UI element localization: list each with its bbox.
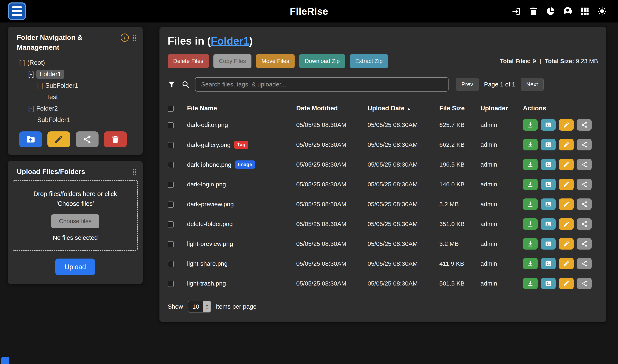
upload-dropzone[interactable]: Drop files/folders here or click 'Choose… (13, 180, 138, 251)
copy-files-button[interactable]: Copy Files (213, 54, 251, 68)
app-logo[interactable] (8, 2, 26, 20)
folder-tree-item[interactable]: [-]Folder2 (19, 103, 137, 114)
extract-zip-button[interactable]: Extract Zip (350, 54, 388, 68)
partial-hidden-button[interactable] (1, 357, 9, 364)
share-file-button[interactable] (577, 198, 592, 210)
row-checkbox[interactable] (168, 202, 174, 208)
edit-file-button[interactable] (559, 159, 574, 170)
select-all-checkbox[interactable] (168, 106, 174, 112)
search-icon[interactable] (182, 80, 190, 89)
edit-file-button[interactable] (559, 119, 574, 130)
preview-file-button[interactable] (541, 238, 556, 249)
profile-icon[interactable] (563, 6, 573, 16)
share-folder-button[interactable] (76, 131, 99, 147)
share-file-button[interactable] (577, 119, 592, 130)
create-folder-button[interactable] (19, 131, 42, 147)
folder-tree-item[interactable]: Test (19, 91, 137, 103)
folder-tree-item[interactable]: SubFolder1 (19, 114, 137, 126)
row-checkbox[interactable] (168, 221, 174, 227)
choose-files-button[interactable]: Choose files (51, 214, 99, 228)
file-name[interactable]: light-preview.png (187, 240, 233, 247)
tree-toggle[interactable]: [-] (28, 105, 34, 112)
edit-file-button[interactable] (559, 139, 574, 150)
edit-file-button[interactable] (559, 238, 574, 249)
share-file-button[interactable] (577, 139, 592, 150)
share-file-button[interactable] (577, 258, 592, 269)
edit-file-button[interactable] (559, 179, 574, 190)
prev-page-button[interactable]: Prev (456, 78, 479, 91)
preview-file-button[interactable] (541, 218, 556, 230)
download-file-button[interactable] (523, 258, 538, 269)
share-file-button[interactable] (577, 218, 592, 230)
folder-tree-item[interactable]: [-](Root) (19, 57, 137, 68)
download-file-button[interactable] (523, 198, 538, 210)
search-input[interactable] (195, 77, 448, 91)
column-header-date-modified[interactable]: Date Modified (296, 105, 368, 112)
current-folder-link[interactable]: Folder1 (211, 35, 249, 47)
column-header-uploader[interactable]: Uploader (480, 105, 523, 112)
upload-button[interactable]: Upload (55, 259, 95, 275)
trash-icon[interactable] (528, 6, 538, 16)
preview-file-button[interactable] (541, 159, 556, 170)
row-checkbox[interactable] (168, 261, 174, 267)
disk-usage-icon[interactable] (546, 6, 555, 16)
preview-file-button[interactable] (541, 119, 556, 130)
edit-file-button[interactable] (559, 258, 574, 269)
edit-file-button[interactable] (559, 198, 574, 210)
preview-file-button[interactable] (541, 258, 556, 269)
share-file-button[interactable] (577, 159, 592, 170)
download-file-button[interactable] (523, 278, 538, 289)
next-page-button[interactable]: Next (521, 78, 544, 91)
row-checkbox[interactable] (168, 142, 174, 148)
file-name[interactable]: dark-editor.png (187, 121, 228, 128)
row-checkbox[interactable] (168, 122, 174, 128)
file-name[interactable]: dark-iphone.png (187, 161, 231, 168)
download-file-button[interactable] (523, 218, 538, 230)
edit-file-button[interactable] (559, 218, 574, 230)
drag-handle-icon[interactable] (132, 34, 137, 42)
tree-toggle[interactable]: [-] (19, 59, 25, 66)
download-file-button[interactable] (523, 179, 538, 190)
column-header-file-size[interactable]: File Size (439, 105, 480, 112)
delete-folder-button[interactable] (104, 131, 127, 147)
share-file-button[interactable] (577, 278, 592, 289)
row-checkbox[interactable] (168, 281, 174, 287)
row-checkbox[interactable] (168, 162, 174, 168)
stepper-arrows-icon[interactable]: ▲▼ (203, 301, 210, 312)
file-name[interactable]: dark-preview.png (187, 201, 234, 208)
filter-icon[interactable] (168, 80, 176, 89)
tree-toggle[interactable]: [-] (28, 70, 34, 78)
folder-tree-item[interactable]: [-]SubFolder1 (19, 80, 137, 91)
file-name[interactable]: dark-login.png (187, 181, 226, 188)
preview-file-button[interactable] (541, 198, 556, 210)
preview-file-button[interactable] (541, 179, 556, 190)
delete-files-button[interactable]: Delete Files (168, 54, 209, 68)
row-checkbox[interactable] (168, 182, 174, 188)
info-icon[interactable]: i (121, 34, 129, 42)
file-name[interactable]: dark-gallery.png (187, 142, 231, 148)
folder-tree-item[interactable]: [-]Folder1 (19, 68, 137, 80)
logout-icon[interactable] (511, 6, 521, 16)
file-name[interactable]: light-trash.png (187, 280, 226, 287)
preview-file-button[interactable] (541, 139, 556, 150)
download-file-button[interactable] (523, 139, 538, 150)
download-zip-button[interactable]: Download Zip (299, 54, 345, 68)
items-per-page-input[interactable]: 10 ▲▼ (188, 301, 211, 312)
tree-toggle[interactable]: [-] (37, 82, 43, 89)
file-name[interactable]: delete-folder.png (187, 221, 233, 227)
theme-toggle-icon[interactable] (597, 6, 607, 16)
download-file-button[interactable] (523, 238, 538, 249)
edit-file-button[interactable] (559, 278, 574, 289)
share-file-button[interactable] (577, 179, 592, 190)
file-name[interactable]: light-share.png (187, 260, 227, 267)
rename-folder-button[interactable] (47, 131, 70, 147)
drag-handle-icon[interactable] (132, 169, 137, 177)
preview-file-button[interactable] (541, 278, 556, 289)
share-file-button[interactable] (577, 238, 592, 249)
column-header-file-name[interactable]: File Name (187, 105, 296, 112)
download-file-button[interactable] (523, 119, 538, 130)
row-checkbox[interactable] (168, 241, 174, 247)
move-files-button[interactable]: Move Files (256, 54, 295, 68)
download-file-button[interactable] (523, 159, 538, 170)
column-header-upload-date[interactable]: Upload Date▲ (368, 105, 439, 112)
